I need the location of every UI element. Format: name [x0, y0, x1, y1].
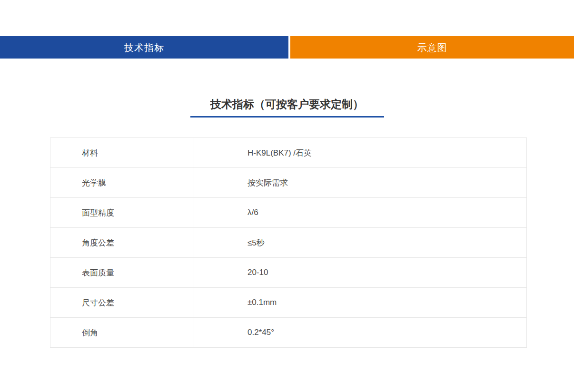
table-row: 光学膜 按实际需求	[50, 168, 527, 198]
spec-value: 20-10	[194, 258, 527, 288]
spec-value: λ/6	[194, 198, 527, 228]
spec-value: ±0.1mm	[194, 288, 527, 318]
table-row: 材料 H-K9L(BK7) /石英	[50, 138, 527, 168]
tab-bar: 技术指标 示意图	[0, 36, 574, 59]
spec-table: 材料 H-K9L(BK7) /石英 光学膜 按实际需求 面型精度 λ/6 角度公…	[50, 137, 527, 348]
spec-value: 按实际需求	[194, 168, 527, 198]
spec-label: 面型精度	[50, 198, 194, 228]
spec-label: 表面质量	[50, 258, 194, 288]
spec-label: 角度公差	[50, 228, 194, 258]
table-row: 尺寸公差 ±0.1mm	[50, 288, 527, 318]
table-row: 倒角 0.2*45°	[50, 318, 527, 348]
spec-label: 尺寸公差	[50, 288, 194, 318]
tab-schematic[interactable]: 示意图	[290, 36, 574, 59]
spec-label: 光学膜	[50, 168, 194, 198]
title-underline	[190, 116, 384, 118]
section-title: 技术指标（可按客户要求定制）	[0, 97, 574, 112]
spec-value: 0.2*45°	[194, 318, 527, 348]
table-row: 角度公差 ≤5秒	[50, 228, 527, 258]
section-header: 技术指标（可按客户要求定制）	[0, 97, 574, 118]
spec-label: 材料	[50, 138, 194, 168]
table-row: 表面质量 20-10	[50, 258, 527, 288]
spec-label: 倒角	[50, 318, 194, 348]
page: 技术指标 示意图 技术指标（可按客户要求定制） 材料 H-K9L(BK7) /石…	[0, 0, 574, 392]
table-row: 面型精度 λ/6	[50, 198, 527, 228]
spec-value: ≤5秒	[194, 228, 527, 258]
tab-tech-specs[interactable]: 技术指标	[0, 36, 288, 59]
spec-value: H-K9L(BK7) /石英	[194, 138, 527, 168]
